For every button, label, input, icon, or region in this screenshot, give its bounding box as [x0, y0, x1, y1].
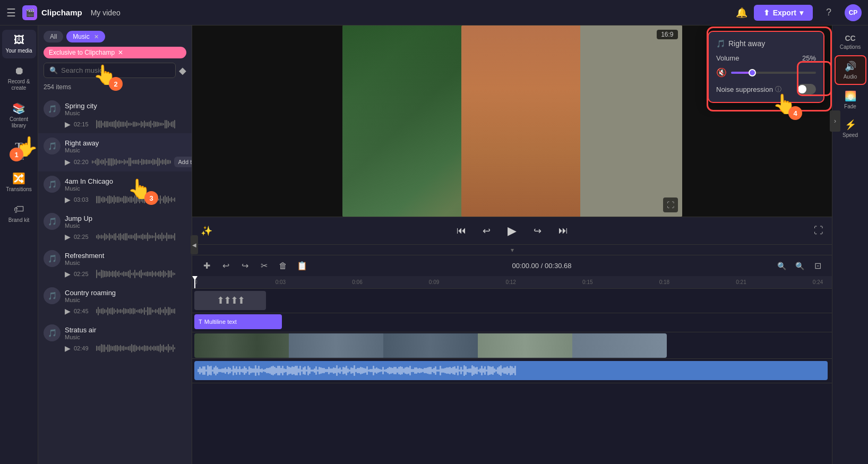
right-panel-item-audio[interactable]: 🔊 Audio: [835, 55, 866, 85]
music-duration: 02:25: [74, 234, 93, 240]
play-pause-button[interactable]: ▶: [503, 221, 522, 240]
app-container: ☰ 🎬 Clipchamp My video 🔔 ⬆ Export ▾ ? CP…: [0, 0, 868, 464]
music-controls: ▶ 02:15: [44, 119, 186, 129]
list-item[interactable]: 🎵 Jump Up Music ▶ 02:25: [38, 209, 192, 246]
timeline-content: 0 0:03 0:06 0:09 0:12 0:15 0:18 0:21 0:2…: [192, 276, 832, 464]
export-chevron-icon: ▾: [800, 8, 803, 17]
popup-volume-label-row: Volume 25%: [716, 54, 816, 62]
fade-label: Fade: [844, 104, 856, 109]
music-type: Music: [65, 147, 186, 153]
slider-thumb[interactable]: [749, 69, 756, 76]
right-panel: CC Captions 🔊 Audio 🌅 Fade ⚡ Speed: [832, 25, 868, 464]
panel-collapse-button[interactable]: ◀: [191, 235, 198, 254]
noise-toggle[interactable]: [797, 84, 816, 94]
ratio-badge: 16:9: [657, 30, 677, 39]
captions-label: Captions: [840, 44, 861, 50]
zoom-in-button[interactable]: 🔍: [792, 258, 807, 274]
list-item[interactable]: 🎵 Stratus air Music ▶ 02:49: [38, 320, 192, 357]
right-panel-item-fade[interactable]: 🌅 Fade: [835, 86, 866, 114]
fit-view-button[interactable]: ⊡: [810, 258, 826, 274]
sidebar-item-your-media[interactable]: 🖼 Your media: [2, 30, 36, 58]
sidebar-item-content-library[interactable]: 📚 Contentlibrary: [2, 98, 36, 133]
music-tab-remove[interactable]: ✕: [94, 33, 99, 40]
plant-decoration: [342, 25, 478, 217]
tab-all[interactable]: All: [44, 31, 63, 42]
sidebar-item-brand-kit[interactable]: 🏷 Brand kit: [2, 199, 36, 228]
expand-button[interactable]: ⛶: [663, 197, 678, 212]
timeline-undo-button[interactable]: ↩: [218, 258, 234, 274]
text-clip[interactable]: T Multiline text: [194, 314, 282, 329]
popup-title: Right away: [728, 39, 765, 48]
motion-clip[interactable]: ⬆⬆⬆⬆: [194, 291, 266, 310]
content-library-label: Contentlibrary: [10, 116, 28, 129]
audio-label: Audio: [844, 74, 857, 80]
help-button[interactable]: ?: [819, 3, 838, 22]
video-title[interactable]: My video: [91, 8, 121, 17]
music-item-top: 🎵 Spring city Music: [44, 100, 186, 117]
play-button[interactable]: ▶: [65, 120, 71, 128]
music-controls: ▶ 02:25: [44, 232, 186, 242]
filter-label: Exclusive to Clipchamp: [49, 49, 115, 56]
text-icon: T: [15, 140, 23, 153]
brand-kit-icon: 🏷: [14, 203, 24, 216]
music-controls: ▶ 02:49: [44, 343, 186, 353]
timeline-redo-button[interactable]: ↪: [237, 258, 253, 274]
magic-edit-button[interactable]: ✨: [201, 225, 212, 237]
music-type: Music: [65, 110, 186, 116]
search-icon: 🔍: [49, 66, 58, 74]
timeline-ruler: 0 0:03 0:06 0:09 0:12 0:15 0:18 0:21 0:2…: [192, 276, 832, 289]
play-button[interactable]: ▶: [65, 195, 71, 204]
text-clip-label: Multiline text: [204, 319, 237, 325]
timeline-cut-button[interactable]: ✂: [256, 258, 272, 274]
audio-clip[interactable]: [194, 361, 828, 380]
add-to-timeline-button[interactable]: Add to timeline: [174, 157, 192, 167]
search-input[interactable]: [61, 66, 170, 74]
timeline-copy-button[interactable]: 📋: [294, 258, 310, 274]
hamburger-button[interactable]: ☰: [6, 6, 16, 19]
info-icon[interactable]: ⓘ: [775, 85, 781, 94]
music-controls: ▶ 02:20 Add to timeline: [44, 157, 186, 167]
logo-area: 🎬 Clipchamp: [22, 5, 82, 20]
skip-forward-button[interactable]: ⏭: [554, 221, 573, 240]
music-duration: 02:49: [74, 345, 93, 351]
timeline-collapse-button[interactable]: ▾: [511, 246, 514, 254]
play-button[interactable]: ▶: [65, 270, 71, 278]
list-item[interactable]: 🎵 Spring city Music ▶ 02:15: [38, 96, 192, 133]
panel-right-expand[interactable]: ›: [830, 110, 840, 132]
list-item[interactable]: 🎵 Right away Music ▶ 02:20 Add to timeli…: [38, 133, 192, 171]
list-item[interactable]: 🎵 4am In Chicago Music ▶ 03:03: [38, 171, 192, 209]
music-tab-label: Music: [73, 33, 89, 40]
video-frame: [342, 25, 682, 217]
sidebar-item-transitions[interactable]: 🔀 Transitions: [2, 168, 36, 197]
zoom-out-button[interactable]: 🔍: [774, 258, 789, 274]
timeline-add-button[interactable]: ✚: [199, 258, 214, 274]
avatar[interactable]: CP: [845, 4, 862, 21]
sidebar-item-text[interactable]: T Text: [2, 135, 36, 166]
save-icon-button[interactable]: 🔔: [736, 7, 747, 19]
forward-button[interactable]: ↪: [528, 221, 547, 240]
rewind-button[interactable]: ↩: [477, 221, 496, 240]
tab-music-chip[interactable]: Music ✕: [66, 31, 105, 42]
play-button[interactable]: ▶: [65, 158, 71, 166]
export-button[interactable]: ⬆ Export ▾: [754, 5, 813, 21]
skip-back-button[interactable]: ⏮: [452, 221, 471, 240]
play-button[interactable]: ▶: [65, 344, 71, 353]
transitions-label: Transitions: [6, 186, 32, 193]
filter-remove-button[interactable]: ✕: [118, 49, 123, 56]
music-item-top: 🎵 Stratus air Music: [44, 324, 186, 341]
play-button[interactable]: ▶: [65, 307, 71, 315]
fade-icon: 🌅: [845, 90, 856, 102]
diamond-button[interactable]: ◆: [179, 65, 186, 76]
volume-slider[interactable]: [731, 72, 816, 74]
right-panel-item-captions[interactable]: CC Captions: [835, 30, 866, 54]
fullscreen-button[interactable]: ⛶: [814, 225, 823, 236]
timeline-header: ✚ ↩ ↪ ✂ 🗑 📋 00:00.00 / 00:30.68 🔍 🔍 ⊡: [192, 255, 832, 276]
list-item[interactable]: 🎵 Refreshment Music ▶ 02:25: [38, 246, 192, 283]
search-box: 🔍: [44, 63, 176, 78]
sidebar-item-record-create[interactable]: ⏺ Record &create: [2, 61, 36, 96]
video-clip[interactable]: [194, 333, 667, 358]
list-item[interactable]: 🎵 Country roaming Music ▶ 02:45: [38, 283, 192, 320]
play-button[interactable]: ▶: [65, 233, 71, 241]
properties-popup: 🎵 Right away Volume 25% 🔇 Noise suppress…: [708, 31, 824, 103]
timeline-delete-button[interactable]: 🗑: [275, 258, 291, 274]
